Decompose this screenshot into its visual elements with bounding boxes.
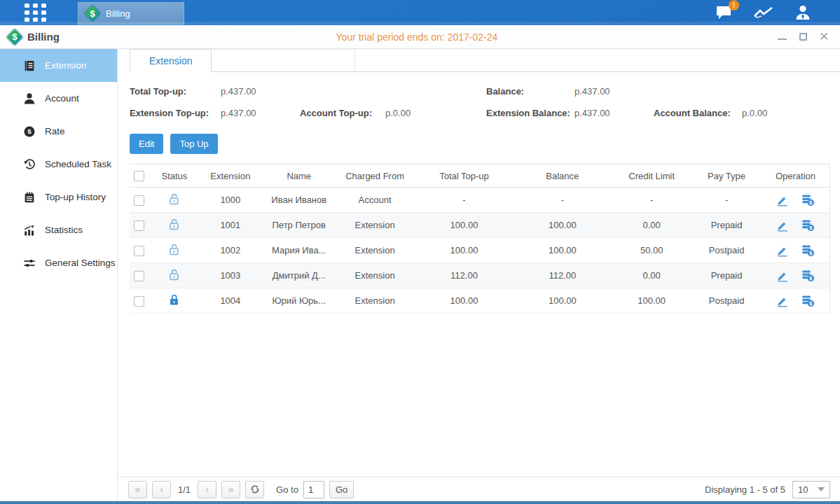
sidebar-item-label: General Settings	[45, 258, 116, 268]
first-page-button[interactable]: «	[128, 481, 147, 498]
cell-credit-limit: 0.00	[612, 213, 691, 238]
col-credit-limit: Credit Limit	[612, 164, 691, 188]
status-lock-icon	[168, 197, 180, 208]
cell-credit-limit: 50.00	[612, 238, 691, 263]
footer-right: Displaying 1 - 5 of 5 10	[705, 481, 830, 498]
svg-text:$: $	[809, 225, 812, 231]
topup-row-icon[interactable]: $	[801, 294, 815, 307]
row-checkbox[interactable]	[134, 296, 144, 307]
total-topup-label: Total Top-up:	[130, 86, 186, 97]
table-row[interactable]: 1001 Петр Петров Extension 100.00 100.00…	[130, 213, 829, 238]
cell-charged-from: Extension	[335, 213, 415, 238]
sidebar-item-scheduled-task[interactable]: Scheduled Task	[0, 148, 117, 181]
action-buttons: Edit Top Up	[130, 134, 840, 154]
goto-label: Go to	[276, 484, 298, 495]
row-checkbox[interactable]	[134, 246, 144, 256]
tab-strip: Extension	[118, 49, 840, 72]
row-checkbox[interactable]	[134, 271, 144, 281]
sidebar-item-topup-history[interactable]: Top-up History	[0, 181, 117, 214]
close-button[interactable]: ✕	[819, 32, 829, 42]
sidebar-item-extension[interactable]: Extension	[0, 49, 117, 82]
sidebar-item-account[interactable]: Account	[0, 82, 117, 115]
refresh-button[interactable]	[245, 481, 264, 498]
messages-icon[interactable]: !	[715, 4, 734, 21]
table-row[interactable]: 1003 Дмитрий Д... Extension 112.00 112.0…	[130, 263, 829, 288]
topup-row-icon[interactable]: $	[801, 269, 815, 282]
user-account-icon[interactable]	[794, 4, 812, 21]
tab-extension[interactable]: Extension	[130, 49, 212, 72]
cell-balance: -	[513, 188, 612, 213]
account-balance-value: p.0.00	[742, 108, 767, 118]
cell-pay-type: Prepaid	[691, 213, 762, 238]
edit-button[interactable]: Edit	[130, 134, 163, 154]
topup-button[interactable]: Top Up	[170, 134, 217, 154]
account-topup-label: Account Top-up:	[300, 108, 372, 118]
window-bottom-edge	[0, 501, 840, 504]
cell-pay-type: Postpaid	[691, 288, 762, 314]
table-row[interactable]: 1002 Мария Ива... Extension 100.00 100.0…	[130, 238, 829, 263]
extension-table-wrap: Status Extension Name Charged From Total…	[130, 164, 830, 314]
maximize-button[interactable]	[798, 32, 808, 42]
cell-name: Петр Петров	[263, 213, 335, 238]
cell-extension: 1000	[198, 188, 263, 213]
account-balance-label: Account Balance:	[654, 108, 731, 118]
go-button[interactable]: Go	[329, 481, 354, 498]
edit-row-icon[interactable]	[776, 219, 789, 232]
minimize-button[interactable]	[777, 32, 787, 42]
stats-chart-icon	[23, 224, 36, 237]
table-row[interactable]: 1004 Юрий Юрь... Extension 100.00 100.00…	[130, 288, 829, 314]
edit-row-icon[interactable]	[776, 295, 789, 307]
cell-extension: 1004	[198, 288, 263, 314]
sidebar-item-label: Rate	[45, 126, 65, 136]
edit-row-icon[interactable]	[776, 244, 789, 257]
sidebar-item-label: Scheduled Task	[45, 159, 111, 169]
last-page-button[interactable]: »	[221, 481, 240, 498]
resource-monitor-icon[interactable]	[753, 5, 774, 20]
cell-extension: 1003	[198, 263, 263, 288]
select-all-checkbox[interactable]	[134, 171, 144, 181]
col-operation: Operation	[762, 164, 829, 188]
edit-row-icon[interactable]	[776, 194, 789, 206]
notification-badge: !	[729, 0, 739, 10]
balance-value: p.437.00	[574, 86, 610, 97]
cell-extension: 1001	[198, 213, 263, 238]
next-page-button[interactable]: ›	[198, 481, 216, 498]
pagination-footer: « ‹ 1/1 › » Go to Go Displaying 1 - 5 of…	[118, 477, 840, 501]
app-launcher-icon[interactable]	[25, 4, 48, 22]
taskbar-tab-billing[interactable]: $ Billing	[78, 2, 184, 24]
sidebar-item-rate[interactable]: $ Rate	[0, 115, 117, 148]
cell-credit-limit: 100.00	[612, 288, 691, 314]
topup-row-icon[interactable]: $	[801, 218, 815, 232]
topup-row-icon[interactable]: $	[801, 193, 815, 206]
table-row[interactable]: 1000 Иван Иванов Account - - - - $	[130, 188, 829, 213]
cell-total-topup: 100.00	[415, 213, 514, 238]
goto-page-input[interactable]	[303, 481, 324, 498]
main-content: Extension Total Top-up: p.437.00 Balance…	[118, 49, 840, 501]
sidebar-item-label: Top-up History	[45, 192, 106, 202]
row-checkbox[interactable]	[134, 195, 144, 206]
tab-strip-rest	[355, 49, 840, 72]
edit-row-icon[interactable]	[776, 270, 789, 282]
cell-balance: 112.00	[513, 263, 612, 288]
col-extension: Extension	[198, 164, 263, 188]
svg-text:$: $	[809, 301, 812, 307]
table-header-row: Status Extension Name Charged From Total…	[130, 164, 829, 188]
cell-charged-from: Extension	[335, 238, 415, 263]
svg-text:$: $	[809, 200, 812, 206]
summary-panel: Total Top-up: p.437.00 Balance: p.437.00…	[118, 80, 840, 127]
balance-label: Balance:	[486, 86, 524, 97]
page-size-select[interactable]: 10	[792, 481, 830, 498]
prev-page-button[interactable]: ‹	[152, 481, 171, 498]
sidebar-item-general-settings[interactable]: General Settings	[0, 246, 117, 279]
billing-diamond-icon: $	[85, 6, 100, 21]
page-indicator: 1/1	[176, 484, 193, 495]
topup-row-icon[interactable]: $	[801, 244, 815, 257]
sidebar-item-statistics[interactable]: Statistics	[0, 214, 117, 246]
tab-strip-blank	[212, 49, 355, 72]
row-checkbox[interactable]	[134, 220, 144, 231]
sidebar-item-label: Extension	[45, 60, 86, 71]
pager: « ‹ 1/1 › » Go to Go	[128, 481, 354, 498]
cell-balance: 100.00	[513, 213, 612, 238]
cell-total-topup: 100.00	[415, 238, 514, 263]
cell-pay-type: Prepaid	[691, 263, 762, 288]
